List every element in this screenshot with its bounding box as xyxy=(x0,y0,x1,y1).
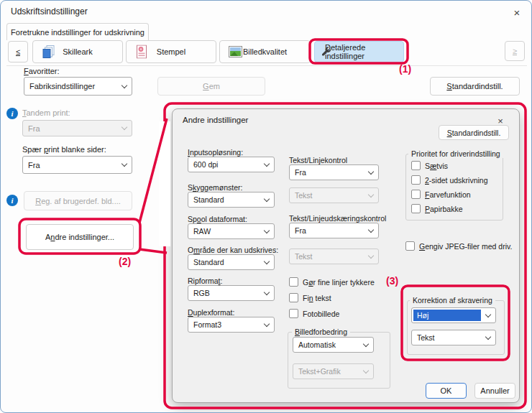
image-enhancement-value: Automatisk xyxy=(293,340,359,349)
window-close-button[interactable]: × xyxy=(507,4,527,21)
checkbox-two-sided-label: 2-sidet udskrivning xyxy=(425,176,488,185)
checkbox-box[interactable] xyxy=(289,293,298,302)
text-knockout-control-select[interactable]: Fra xyxy=(289,223,379,238)
toolbar-prev-button[interactable]: ≤ xyxy=(8,41,28,62)
cancel-label: Annuller xyxy=(480,386,509,395)
checkbox-box[interactable] xyxy=(411,161,421,170)
text-line-control-value: Fra xyxy=(290,168,364,177)
duplex-format-label: Duplexformat: xyxy=(188,308,234,317)
ok-label: OK xyxy=(441,386,452,395)
spool-data-format-value: RAW xyxy=(188,227,260,236)
toolbar-button-stempel[interactable]: Stempel xyxy=(126,40,216,63)
dialog-defaults-button[interactable]: Standardindstill. xyxy=(439,125,509,140)
suppress-blank-pages-value: Fra xyxy=(23,161,117,170)
checkbox-box[interactable] xyxy=(405,241,415,251)
chevron-down-icon xyxy=(359,344,373,346)
toolbar-button-billedkvalitet[interactable]: Billedkvalitet xyxy=(219,40,311,63)
checkbox-render-jpeg[interactable]: Gengiv JPEG-filer med driv. xyxy=(405,241,512,251)
checkbox-fine-text-label: Fin tekst xyxy=(303,294,331,302)
suppress-blank-pages-select[interactable]: Fra xyxy=(22,156,132,174)
text-line-control-sub-select[interactable]: Tekst xyxy=(289,187,379,203)
stamp-icon xyxy=(135,45,148,59)
spool-data-format-select[interactable]: RAW xyxy=(188,223,275,239)
duplex-format-select[interactable]: Format3 xyxy=(188,317,275,333)
ok-button[interactable]: OK xyxy=(426,383,467,399)
other-settings-button[interactable]: Andre indstillinger... xyxy=(26,224,134,250)
chevron-down-icon xyxy=(359,371,373,373)
dialog-defaults-label: Standardindstill. xyxy=(447,129,501,137)
checkbox-collate-label: Sætvis xyxy=(425,162,448,170)
chevron-down-icon xyxy=(260,324,274,326)
checkbox-photo-image[interactable]: Fotobillede xyxy=(289,309,339,318)
chevron-down-icon xyxy=(364,172,378,174)
toolbar-stempel-label: Stempel xyxy=(157,47,185,56)
callout-gap xyxy=(159,121,170,246)
shadow-pattern-label: Skyggemønster: xyxy=(188,183,242,192)
checkbox-fine-lines-label: Gør fine linjer tykkere xyxy=(303,278,375,287)
favorites-select[interactable]: Fabriksindstillinger xyxy=(24,77,132,96)
checkbox-fine-lines[interactable]: Gør fine linjer tykkere xyxy=(289,277,375,287)
checkbox-fine-text[interactable]: Fin tekst xyxy=(289,293,331,302)
toolbar-next-button[interactable]: ≥ xyxy=(505,41,525,61)
checkbox-box[interactable] xyxy=(411,204,421,213)
info-icon: i xyxy=(6,195,18,206)
hatching-correction-sub-select[interactable]: Tekst xyxy=(411,330,496,345)
defaults-button[interactable]: Standardindstill. xyxy=(430,77,520,96)
checkbox-color-mode-label: Farvefunktion xyxy=(425,190,471,199)
callout-line-lower xyxy=(139,249,167,253)
printable-area-select[interactable]: Standard xyxy=(188,254,275,270)
chevron-down-icon xyxy=(117,127,132,129)
checkbox-box[interactable] xyxy=(289,277,298,287)
shadow-pattern-select[interactable]: Standard xyxy=(188,192,275,208)
duplex-format-value: Format3 xyxy=(188,320,260,329)
spool-data-format-label: Spool dataformat: xyxy=(188,215,247,223)
chevron-down-icon xyxy=(260,261,274,264)
checkbox-paper-tray-label: Papirbakke xyxy=(425,205,463,213)
input-resolution-value: 600 dpi xyxy=(188,160,260,169)
chevron-down-icon xyxy=(117,85,132,88)
checkbox-paper-tray[interactable]: Papirbakke xyxy=(411,204,463,213)
tandem-print-select[interactable]: Fra xyxy=(22,120,132,136)
callout-number-2: (2) xyxy=(119,256,131,267)
toolbar-button-skilleark[interactable]: Skilleark xyxy=(32,40,123,63)
tandem-print-label: Tandem print: xyxy=(22,108,70,117)
checkbox-box[interactable] xyxy=(411,175,421,185)
tab-preferred-print-settings[interactable]: Foretrukne indstillinger for udskrivning xyxy=(6,23,149,40)
other-settings-label: Andre indstillinger... xyxy=(45,233,114,241)
save-favorites-label: Gem xyxy=(203,82,220,91)
defaults-label: Standardindstill. xyxy=(446,82,503,91)
checkbox-collate[interactable]: Sætvis xyxy=(411,161,448,170)
image-quality-icon xyxy=(229,46,242,57)
toolbar-next-label: ≥ xyxy=(513,47,517,55)
cancel-button[interactable]: Annuller xyxy=(474,383,515,399)
checkbox-box[interactable] xyxy=(411,190,421,199)
toolbar-button-detaljerede-indstillinger[interactable]: Detaljerede indstillinger xyxy=(314,41,404,62)
print-settings-window: Udskriftsindstillinger × Foretrukne inds… xyxy=(0,0,532,413)
chevron-down-icon xyxy=(364,230,378,232)
image-enhancement-sub-select[interactable]: Tekst+Grafik xyxy=(293,363,374,379)
hatching-correction-select[interactable]: Høj xyxy=(411,307,496,323)
checkbox-photo-image-label: Fotobillede xyxy=(303,310,339,318)
window-title: Udskriftsindstillinger xyxy=(11,6,88,17)
chevron-down-icon xyxy=(260,231,274,233)
hatching-correction-sub-value: Tekst xyxy=(412,333,481,342)
checkbox-two-sided[interactable]: 2-sidet udskrivning xyxy=(411,175,488,185)
rip-format-select[interactable]: RGB xyxy=(188,285,275,301)
register-custom-image-label: Reg. af brugerdef. bld.... xyxy=(35,197,121,205)
text-knockout-control-label: Tekst/Linjeudskæringskontrol xyxy=(289,214,386,223)
hatching-correction-group-label: Korrektion af skravering xyxy=(410,296,495,305)
toolbar-separator xyxy=(6,65,527,66)
text-knockout-control-sub-select[interactable]: Tekst xyxy=(289,249,379,264)
tandem-print-value: Fra xyxy=(23,124,117,133)
divider-pages-icon xyxy=(42,45,55,59)
rip-format-label: Ripformat: xyxy=(188,277,222,285)
input-resolution-select[interactable]: 600 dpi xyxy=(188,157,275,172)
register-custom-image-button[interactable]: Reg. af brugerdef. bld.... xyxy=(24,191,132,210)
checkbox-box[interactable] xyxy=(289,309,298,318)
callout-line-upper xyxy=(139,119,167,223)
checkbox-color-mode[interactable]: Farvefunktion xyxy=(411,190,471,199)
text-line-control-select[interactable]: Fra xyxy=(289,164,379,180)
close-icon: × xyxy=(514,6,520,19)
save-favorites-button[interactable]: Gem xyxy=(157,77,265,96)
image-enhancement-select[interactable]: Automatisk xyxy=(293,337,374,353)
